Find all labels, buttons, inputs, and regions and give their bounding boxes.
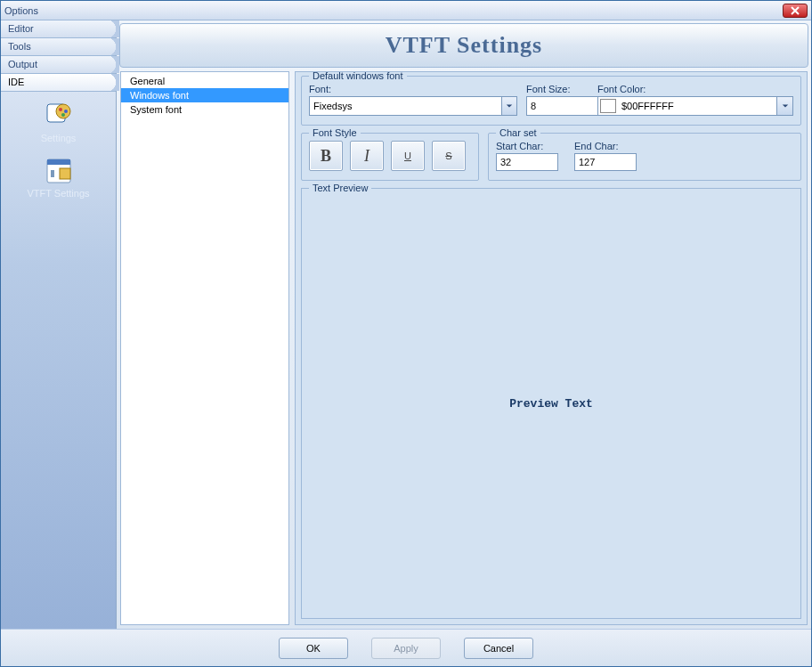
sidebar-icons: Settings VTFT Settings — [1, 92, 116, 629]
sidebar-tab-output[interactable]: Output — [1, 56, 116, 74]
default-font-group: Default windows font Font: Font Size: — [301, 76, 801, 126]
font-size-combo[interactable] — [526, 96, 589, 116]
svg-point-2 — [59, 108, 62, 111]
options-window: Options Editor Tools Output IDE Settings — [0, 0, 812, 667]
vtft-settings-icon — [44, 156, 74, 186]
font-style-legend: Font Style — [309, 127, 361, 138]
page-title: VTFT Settings — [386, 32, 543, 59]
font-label: Font: — [309, 84, 517, 94]
end-char-label: End Char: — [574, 141, 637, 151]
settings-tree: General Windows font System font — [120, 71, 289, 625]
titlebar: Options — [1, 1, 811, 20]
default-font-legend: Default windows font — [309, 71, 407, 81]
text-preview-legend: Text Preview — [309, 183, 371, 193]
sidebar-item-settings[interactable]: Settings — [20, 101, 97, 143]
tree-item-system-font[interactable]: System font — [121, 102, 288, 117]
font-style-group: Font Style B I U S — [301, 133, 479, 181]
settings-icon — [44, 101, 74, 131]
sidebar-item-label: VTFT Settings — [27, 188, 89, 199]
svg-point-4 — [61, 113, 65, 117]
svg-rect-6 — [47, 159, 70, 165]
font-color-combo[interactable] — [597, 96, 793, 116]
underline-button[interactable]: U — [391, 141, 425, 171]
font-combo[interactable] — [309, 96, 517, 116]
sidebar-item-vtft-settings[interactable]: VTFT Settings — [20, 156, 97, 199]
color-swatch — [600, 99, 616, 113]
body: Editor Tools Output IDE Settings VTFT Se… — [1, 20, 811, 629]
preview-text: Preview Text — [509, 397, 593, 411]
italic-button[interactable]: I — [350, 141, 384, 171]
svg-rect-7 — [60, 168, 70, 179]
bold-button[interactable]: B — [309, 141, 343, 171]
font-color-label: Font Color: — [597, 84, 793, 94]
main: VTFT Settings General Windows font Syste… — [117, 20, 811, 629]
sidebar-tab-tools[interactable]: Tools — [1, 38, 116, 56]
ok-button[interactable]: OK — [279, 638, 348, 659]
footer: OK Apply Cancel — [1, 629, 811, 666]
window-title: Options — [4, 5, 783, 16]
end-char-input[interactable] — [574, 153, 637, 171]
start-char-input[interactable] — [496, 153, 558, 171]
content: General Windows font System font Default… — [117, 68, 811, 629]
tree-item-windows-font[interactable]: Windows font — [121, 88, 288, 102]
start-char-label: Start Char: — [496, 141, 558, 151]
close-icon — [791, 6, 800, 15]
page-header: VTFT Settings — [119, 23, 808, 68]
font-input[interactable] — [309, 96, 501, 116]
text-preview-group: Text Preview Preview Text — [301, 188, 801, 619]
close-button[interactable] — [783, 4, 808, 18]
svg-rect-8 — [51, 170, 54, 177]
svg-point-3 — [64, 110, 68, 113]
sidebar: Editor Tools Output IDE Settings VTFT Se… — [1, 20, 117, 629]
charset-group: Char set Start Char: End Char: — [488, 133, 801, 181]
sidebar-tab-ide[interactable]: IDE — [1, 74, 116, 92]
charset-legend: Char set — [496, 127, 540, 138]
apply-button[interactable]: Apply — [371, 638, 441, 659]
sidebar-tab-editor[interactable]: Editor — [1, 20, 116, 38]
chevron-down-icon[interactable] — [501, 96, 517, 116]
font-color-input[interactable] — [618, 97, 776, 115]
sidebar-item-label: Settings — [41, 133, 77, 143]
font-size-label: Font Size: — [526, 84, 589, 94]
tree-item-general[interactable]: General — [121, 74, 288, 88]
strike-button[interactable]: S — [432, 141, 466, 171]
chevron-down-icon[interactable] — [776, 97, 792, 115]
settings-panel: Default windows font Font: Font Size: — [295, 71, 808, 625]
cancel-button[interactable]: Cancel — [464, 638, 533, 659]
